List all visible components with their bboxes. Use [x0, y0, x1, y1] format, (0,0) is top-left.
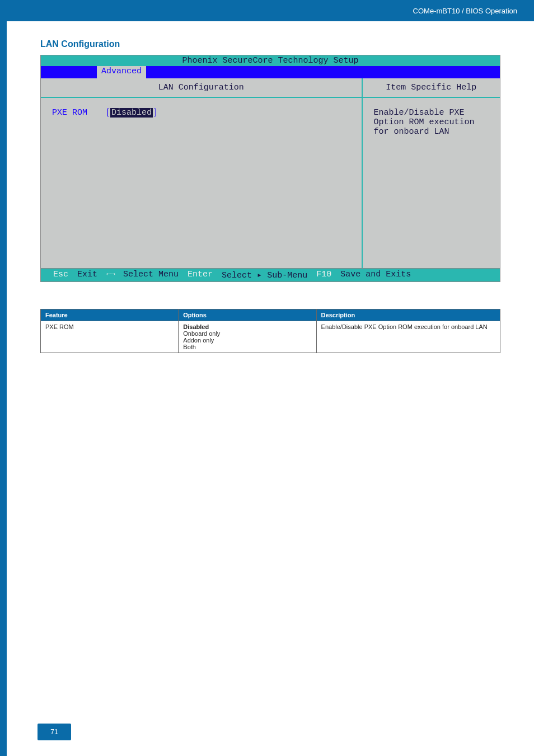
bios-main: LAN Configuration PXE ROM [Disabled] Ite…	[41, 78, 500, 269]
bracket-close: ]	[153, 108, 158, 118]
section-title: LAN Configuration	[40, 39, 500, 49]
cell-options: Disabled Onboard only Addon only Both	[179, 321, 316, 353]
tab-spacer	[41, 66, 97, 78]
bios-left-body: PXE ROM [Disabled]	[41, 98, 362, 128]
footer-key-esc: Esc	[53, 270, 68, 280]
bios-right-header: Item Specific Help	[363, 78, 500, 98]
bios-tab-row: Advanced	[41, 66, 500, 78]
footer-key-arrows: ←→	[106, 270, 114, 280]
pxe-rom-label: PXE ROM	[52, 108, 105, 118]
help-line-1: Enable/Disable PXE	[374, 108, 489, 118]
help-line-2: Option ROM execution	[374, 118, 489, 127]
page-number-badge: 71	[38, 724, 71, 740]
col-feature: Feature	[41, 309, 179, 321]
footer-key-enter: Enter	[188, 270, 213, 280]
tab-advanced[interactable]: Advanced	[97, 66, 146, 78]
col-description: Description	[316, 309, 500, 321]
bios-left-pane: LAN Configuration PXE ROM [Disabled]	[41, 78, 363, 268]
cell-description: Enable/Disable PXE Option ROM execution …	[316, 321, 500, 353]
col-options: Options	[179, 309, 316, 321]
bios-right-pane: Item Specific Help Enable/Disable PXE Op…	[363, 78, 500, 268]
document-page: COMe-mBT10 / BIOS Operation LAN Configur…	[0, 0, 534, 756]
opt-onboard: Onboard only	[183, 330, 220, 337]
page-header-bar: COMe-mBT10 / BIOS Operation	[7, 0, 534, 21]
bracket-open: [	[105, 108, 110, 118]
content-area: LAN Configuration Phoenix SecureCore Tec…	[7, 0, 534, 353]
bios-title: Phoenix SecureCore Technology Setup	[41, 55, 500, 66]
bios-help-body: Enable/Disable PXE Option ROM execution …	[363, 98, 500, 147]
feature-table: Feature Options Description PXE ROM Disa…	[40, 309, 500, 353]
bios-left-header: LAN Configuration	[41, 78, 362, 98]
pxe-rom-row[interactable]: PXE ROM [Disabled]	[52, 108, 350, 118]
opt-disabled: Disabled	[183, 323, 209, 330]
help-line-3: for onboard LAN	[374, 127, 489, 137]
opt-addon: Addon only	[183, 337, 214, 344]
footer-val-exit: Exit	[77, 270, 97, 280]
bios-footer: Esc Exit ←→ Select Menu Enter Select ▸ S…	[41, 269, 500, 281]
bios-screenshot: Phoenix SecureCore Technology Setup Adva…	[40, 55, 500, 282]
footer-val-save: Save and Exits	[340, 270, 411, 280]
header-title: COMe-mBT10 / BIOS Operation	[413, 7, 517, 15]
footer-val-submenu: Select ▸ Sub-Menu	[222, 270, 307, 280]
page-number: 71	[50, 728, 58, 736]
footer-key-f10: F10	[316, 270, 331, 280]
pxe-rom-value[interactable]: Disabled	[110, 108, 153, 118]
table-row: PXE ROM Disabled Onboard only Addon only…	[41, 321, 500, 353]
footer-val-selectmenu: Select Menu	[123, 270, 179, 280]
table-header-row: Feature Options Description	[41, 309, 500, 321]
opt-both: Both	[183, 344, 196, 350]
cell-feature: PXE ROM	[41, 321, 179, 353]
